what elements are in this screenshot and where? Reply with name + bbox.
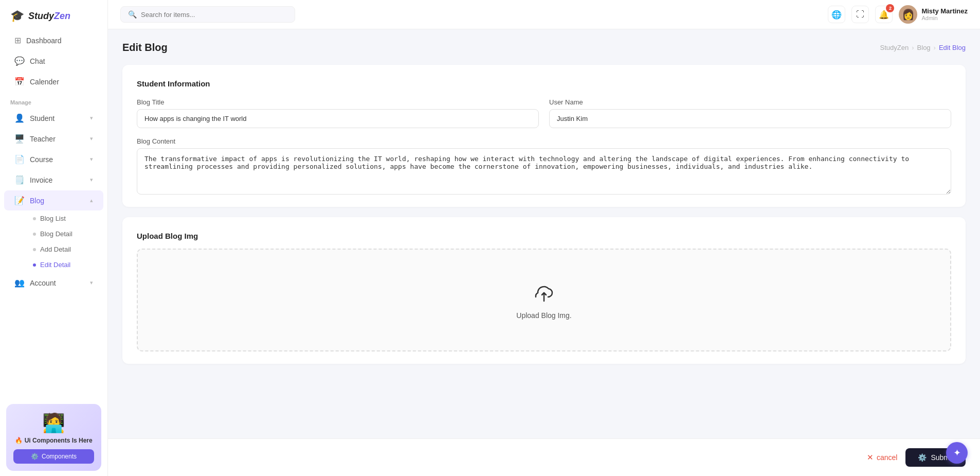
- breadcrumb-sep2: ›: [934, 44, 936, 51]
- chevron-down-icon: ▾: [90, 177, 93, 183]
- sidebar-item-add-detail[interactable]: Add Detail: [23, 242, 103, 257]
- translate-button[interactable]: 🌐: [828, 6, 845, 23]
- student-info-title: Student Information: [137, 79, 951, 88]
- page-header: Edit Blog StudyZen › Blog › Edit Blog: [122, 42, 966, 54]
- student-icon: 👤: [14, 113, 25, 123]
- bullet-icon: [33, 263, 36, 267]
- sidebar-navigation: ⊞ Dashboard 💬 Chat 📅 Calender Manage 👤 S…: [0, 30, 107, 398]
- logo-text: StudyZen: [28, 11, 70, 22]
- sidebar-label-chat: Chat: [30, 57, 93, 65]
- topbar: 🔍 🌐 ⛶ 🔔 2 👩 Misty Martinez Admin: [108, 0, 980, 29]
- topbar-actions: 🌐 ⛶ 🔔 2 👩 Misty Martinez Admin: [828, 5, 968, 24]
- fab-icon: ✦: [953, 447, 961, 459]
- dashboard-icon: ⊞: [14, 36, 21, 45]
- breadcrumb-blog: Blog: [917, 44, 931, 51]
- search-input[interactable]: [141, 11, 287, 19]
- promo-illustration: 🧑‍💻: [13, 412, 94, 434]
- page-title: Edit Blog: [122, 42, 168, 54]
- manage-section-label: Manage: [0, 92, 107, 108]
- upload-card: Upload Blog Img Upload Blog Img.: [122, 217, 966, 364]
- chevron-down-icon: ▾: [90, 115, 93, 121]
- components-icon: ⚙️: [31, 453, 39, 460]
- submit-icon: ⚙️: [918, 453, 927, 462]
- bullet-icon: [33, 217, 36, 220]
- avatar: 👩: [899, 5, 917, 24]
- sidebar-label-blog: Blog: [30, 197, 85, 205]
- logo[interactable]: 🎓 StudyZen: [0, 0, 107, 30]
- sidebar-label-course: Course: [30, 155, 85, 164]
- user-role: Admin: [921, 15, 968, 22]
- close-icon: ✕: [867, 453, 874, 462]
- blog-content-textarea[interactable]: The transformative impact of apps is rev…: [137, 148, 951, 195]
- search-box[interactable]: 🔍: [120, 6, 295, 23]
- account-icon: 👥: [14, 278, 25, 288]
- chevron-down-icon: ▾: [90, 135, 93, 142]
- bullet-icon: [33, 248, 36, 251]
- breadcrumb: StudyZen › Blog › Edit Blog: [880, 44, 966, 51]
- sidebar-item-blog-detail[interactable]: Blog Detail: [23, 226, 103, 241]
- sidebar-item-course[interactable]: 📄 Course ▾: [4, 149, 103, 169]
- calendar-icon: 📅: [14, 77, 25, 86]
- user-details: Misty Martinez Admin: [921, 7, 968, 22]
- components-button[interactable]: ⚙️ Components: [13, 449, 94, 464]
- page-content: Edit Blog StudyZen › Blog › Edit Blog St…: [108, 29, 980, 438]
- sidebar-item-blog[interactable]: 📝 Blog ▴: [4, 190, 103, 210]
- chat-icon: 💬: [14, 56, 25, 66]
- search-icon: 🔍: [128, 10, 137, 19]
- notification-badge: 2: [886, 4, 894, 12]
- breadcrumb-studyzen: StudyZen: [880, 44, 909, 51]
- sidebar-label-invoice: Invoice: [30, 176, 85, 184]
- sidebar-item-chat[interactable]: 💬 Chat: [4, 51, 103, 71]
- notification-button[interactable]: 🔔 2: [875, 6, 893, 23]
- blog-submenu: Blog List Blog Detail Add Detail Edit De…: [0, 211, 107, 272]
- sidebar-label-teacher: Teacher: [30, 135, 85, 143]
- user-name-input[interactable]: [549, 109, 951, 128]
- breadcrumb-sep1: ›: [912, 44, 914, 51]
- blog-icon: 📝: [14, 196, 25, 205]
- sidebar-item-teacher[interactable]: 🖥️ Teacher ▾: [4, 129, 103, 149]
- blog-title-input[interactable]: [137, 109, 539, 128]
- sidebar-label-calendar: Calender: [30, 78, 93, 86]
- sidebar: 🎓 StudyZen ⊞ Dashboard 💬 Chat 📅 Calender…: [0, 0, 108, 476]
- blog-title-label: Blog Title: [137, 98, 539, 106]
- sidebar-item-dashboard[interactable]: ⊞ Dashboard: [4, 30, 103, 50]
- invoice-icon: 🗒️: [14, 175, 25, 185]
- upload-cloud-icon: [532, 280, 556, 305]
- user-profile[interactable]: 👩 Misty Martinez Admin: [899, 5, 968, 24]
- main-area: 🔍 🌐 ⛶ 🔔 2 👩 Misty Martinez Admin: [108, 0, 980, 476]
- chevron-down-icon: ▾: [90, 156, 93, 163]
- sidebar-item-invoice[interactable]: 🗒️ Invoice ▾: [4, 170, 103, 190]
- bottom-actions: ✕ cancel ⚙️ Submit: [108, 438, 980, 476]
- promo-card: 🧑‍💻 🔥 Ui Components Is Here ⚙️ Component…: [6, 404, 101, 471]
- student-info-card: Student Information Blog Title User Name…: [122, 65, 966, 207]
- teacher-icon: 🖥️: [14, 134, 25, 144]
- fab-button[interactable]: ✦: [946, 442, 968, 464]
- sidebar-label-edit-detail: Edit Detail: [40, 261, 70, 269]
- chevron-down-icon: ▾: [90, 279, 93, 286]
- sidebar-label-account: Account: [30, 279, 85, 287]
- course-icon: 📄: [14, 154, 25, 164]
- cancel-button[interactable]: ✕ cancel: [867, 453, 897, 462]
- upload-zone[interactable]: Upload Blog Img.: [137, 249, 951, 351]
- user-name-label: User Name: [549, 98, 951, 106]
- bullet-icon: [33, 233, 36, 236]
- sidebar-item-account[interactable]: 👥 Account ▾: [4, 273, 103, 293]
- blog-content-label: Blog Content: [137, 137, 951, 145]
- blog-title-group: Blog Title: [137, 98, 539, 128]
- sidebar-item-calendar[interactable]: 📅 Calender: [4, 72, 103, 92]
- blog-content-group: Blog Content The transformative impact o…: [137, 137, 951, 195]
- sidebar-item-blog-list[interactable]: Blog List: [23, 211, 103, 226]
- sidebar-label-student: Student: [30, 114, 85, 122]
- promo-text: 🔥 Ui Components Is Here: [13, 437, 94, 444]
- form-row-title-username: Blog Title User Name: [137, 98, 951, 128]
- upload-title: Upload Blog Img: [137, 232, 951, 240]
- user-name: Misty Martinez: [921, 7, 968, 15]
- sidebar-item-edit-detail[interactable]: Edit Detail: [23, 257, 103, 272]
- upload-zone-text: Upload Blog Img.: [516, 311, 571, 320]
- chevron-up-icon: ▴: [90, 197, 93, 204]
- logo-icon: 🎓: [10, 9, 24, 23]
- expand-button[interactable]: ⛶: [851, 6, 869, 23]
- sidebar-label-blog-detail: Blog Detail: [40, 230, 72, 238]
- sidebar-item-student[interactable]: 👤 Student ▾: [4, 108, 103, 128]
- expand-icon: ⛶: [856, 10, 864, 19]
